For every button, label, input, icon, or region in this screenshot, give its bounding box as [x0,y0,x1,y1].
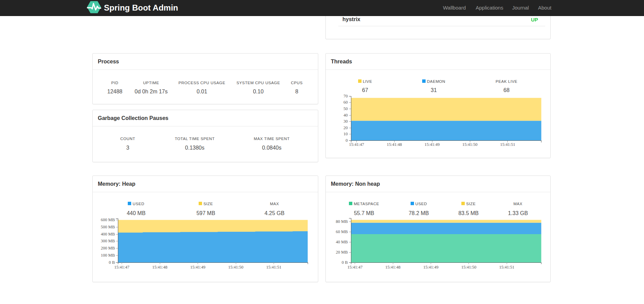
svg-text:15:41:51: 15:41:51 [266,265,281,270]
svg-text:50: 50 [343,106,348,111]
svg-text:15:41:47: 15:41:47 [349,142,364,147]
svg-text:15:41:47: 15:41:47 [114,265,129,270]
svg-text:0 B: 0 B [342,260,348,265]
svg-text:40: 40 [343,113,348,118]
svg-text:15:41:49: 15:41:49 [190,265,205,270]
svg-text:15:41:51: 15:41:51 [499,265,514,270]
svg-text:70: 70 [343,94,348,98]
svg-text:0 B: 0 B [109,260,115,265]
svg-text:15:41:48: 15:41:48 [387,142,402,147]
svg-text:400 MB: 400 MB [101,232,115,237]
svg-text:600 MB: 600 MB [101,217,115,222]
svg-text:15:41:48: 15:41:48 [152,265,167,270]
svg-text:15:41:50: 15:41:50 [461,265,476,270]
svg-text:15:41:48: 15:41:48 [385,265,400,270]
svg-text:60 MB: 60 MB [336,229,348,234]
svg-text:15:41:49: 15:41:49 [423,265,438,270]
svg-text:100 MB: 100 MB [101,253,115,258]
svg-text:15:41:47: 15:41:47 [347,265,362,270]
svg-text:30: 30 [343,119,348,124]
svg-text:20: 20 [343,125,348,130]
svg-text:80 MB: 80 MB [336,219,348,224]
svg-text:15:41:51: 15:41:51 [500,142,515,147]
svg-text:15:41:49: 15:41:49 [425,142,440,147]
svg-text:40 MB: 40 MB [336,240,348,244]
svg-text:15:41:50: 15:41:50 [228,265,243,270]
svg-text:60: 60 [343,100,348,105]
svg-text:10: 10 [343,132,348,136]
svg-text:20 MB: 20 MB [336,250,348,255]
svg-text:300 MB: 300 MB [101,239,115,243]
svg-text:0: 0 [346,138,348,143]
svg-text:200 MB: 200 MB [101,246,115,250]
svg-text:500 MB: 500 MB [101,225,115,229]
svg-text:15:41:50: 15:41:50 [462,142,477,147]
